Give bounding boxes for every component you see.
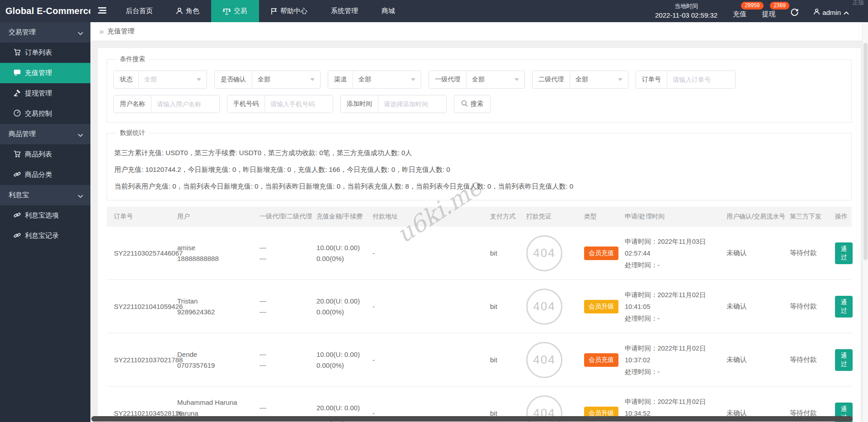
add-time-input[interactable] — [378, 95, 446, 113]
user-name: amise — [177, 242, 257, 253]
topbar-right: 当地时间 2022-11-03 02:59:32 充值 29959 提现 236… — [655, 0, 868, 22]
cell-type: 会员充值 — [581, 353, 622, 367]
order-no-field: 订单号 — [636, 71, 736, 89]
link-icon — [14, 212, 21, 220]
approve-button[interactable]: 通过 — [835, 242, 853, 264]
col-address: 付款地址 — [370, 213, 487, 221]
card-icon — [14, 69, 21, 77]
cell-action: 通过 — [832, 349, 853, 371]
chevron-down-icon — [78, 192, 83, 199]
cell-voucher: 404 — [524, 289, 581, 325]
order-no-input[interactable] — [667, 71, 735, 88]
channel-label: 渠道 — [328, 71, 353, 88]
phone-input[interactable] — [265, 95, 333, 113]
scales-icon — [223, 8, 231, 15]
cell-address: - — [370, 303, 487, 310]
sidebar: 交易管理 订单列表 充值管理 提现管理 交易控制 商品管理 — [0, 22, 90, 422]
nav-label: 帮助中心 — [280, 7, 307, 15]
table-row: SY2211030257446067 amise 18888888888 ---… — [107, 227, 852, 280]
col-order-no: 订单号 — [107, 213, 175, 221]
username-input[interactable] — [151, 95, 219, 113]
cell-third-party: 等待付款 — [787, 302, 832, 311]
menu-toggle-button[interactable] — [90, 0, 114, 22]
search-button-label: 搜索 — [471, 100, 483, 108]
username: admin — [822, 9, 841, 16]
cell-agents: --- --- — [257, 242, 314, 264]
agent2-label: 二级代理 — [533, 71, 570, 88]
nav-item-trade[interactable]: 交易 — [211, 0, 259, 22]
sidebar-item-order-list[interactable]: 订单列表 — [0, 43, 90, 63]
sidebar-item-label: 利息宝记录 — [25, 232, 59, 240]
cell-third-party: 等待付款 — [787, 249, 832, 257]
sidebar-item-trade-control[interactable]: 交易控制 — [0, 104, 90, 124]
voucher-404-image[interactable]: 404 — [526, 342, 562, 378]
nav-item-roles[interactable]: 角色 — [165, 0, 211, 22]
voucher-404-image[interactable]: 404 — [526, 289, 562, 325]
cell-pay-method: bit — [487, 356, 524, 364]
approve-button[interactable]: 通过 — [835, 296, 853, 318]
search-button[interactable]: 搜索 — [454, 95, 491, 113]
vertical-scrollbar-thumb[interactable] — [863, 43, 868, 260]
table-header: 订单号 用户 一级代理/二级代理 充值金额/手续费 付款地址 支付方式 打款凭证… — [107, 207, 852, 227]
edition-tag: 正版 — [853, 0, 864, 7]
double-angle-icon: » — [99, 27, 104, 36]
recharge-table: 订单号 用户 一级代理/二级代理 充值金额/手续费 付款地址 支付方式 打款凭证… — [107, 207, 852, 422]
confirm-select[interactable]: 是否确认 全部 — [214, 71, 321, 89]
nav-item-dashboard[interactable]: 后台首页 — [114, 0, 165, 22]
sidebar-group-product-management[interactable]: 商品管理 — [0, 124, 90, 144]
vertical-scrollbar[interactable] — [862, 22, 868, 422]
nav-item-help-center[interactable]: 帮助中心 — [259, 0, 319, 22]
stats-line: 用户充值: 10120744.2，今日新增充值: 0，昨日新增充值: 0，充值人… — [114, 164, 844, 175]
sidebar-item-label: 交易控制 — [25, 109, 52, 118]
approve-button[interactable]: 通过 — [835, 349, 853, 371]
channel-select[interactable]: 渠道 全部 — [328, 71, 421, 89]
user-name: Muhammad Haruna haruna — [177, 397, 257, 419]
cell-voucher: 404 — [524, 235, 581, 271]
nav-label: 系统管理 — [331, 7, 358, 15]
cell-action: 通过 — [832, 296, 853, 318]
user-menu[interactable]: admin — [814, 6, 849, 16]
sidebar-item-interest-records[interactable]: 利息宝记录 — [0, 226, 90, 246]
search-icon — [461, 100, 468, 108]
nav-item-mall[interactable]: 商城 — [370, 0, 407, 22]
agent1-select[interactable]: 一级代理 全部 — [429, 71, 525, 89]
topbar: Global E-Commerce... 后台首页 角色 交易 帮助中心 — [0, 0, 868, 22]
table-row: SY2211021041059426 Tristan 9289624362 --… — [107, 280, 852, 333]
agent2-select[interactable]: 二级代理 全部 — [532, 71, 628, 89]
refresh-icon — [791, 8, 798, 18]
sidebar-group-trade-management[interactable]: 交易管理 — [0, 22, 90, 43]
refresh-button[interactable] — [791, 5, 798, 18]
sidebar-item-interest-options[interactable]: 利息宝选项 — [0, 205, 90, 226]
nav-item-system[interactable]: 系统管理 — [319, 0, 370, 22]
nav-label: 商城 — [382, 7, 395, 15]
sidebar-item-withdraw-management[interactable]: 提现管理 — [0, 83, 90, 104]
stats-panel: 数据统计 第三方累计充值: USDT0，第三方手续费: USDT0，第三方成功收… — [107, 129, 852, 200]
user-phone: 0707357619 — [177, 360, 257, 371]
sidebar-item-recharge-management[interactable]: 充值管理 — [0, 63, 90, 83]
sidebar-item-label: 提现管理 — [25, 89, 52, 98]
sidebar-group-label: 交易管理 — [9, 28, 36, 37]
horizontal-scrollbar-thumb[interactable] — [91, 416, 853, 422]
link-icon — [14, 171, 21, 179]
nav-label: 交易 — [234, 7, 247, 15]
cart-icon — [14, 49, 21, 57]
recharge-count-badge: 29959 — [741, 2, 763, 9]
status-select[interactable]: 状态 全部 — [113, 71, 207, 89]
recharge-label: 充值 — [733, 10, 746, 18]
sidebar-group-interest-treasure[interactable]: 利息宝 — [0, 185, 90, 205]
app-logo: Global E-Commerce... — [0, 0, 90, 22]
recharge-notify-button[interactable]: 充值 29959 — [733, 4, 746, 19]
username-field: 用户名称 — [113, 95, 220, 113]
caret-down-icon — [411, 78, 415, 81]
cell-pay-method: bit — [487, 303, 524, 310]
sidebar-item-product-category[interactable]: 商品分类 — [0, 165, 90, 185]
user-name: Dende — [177, 349, 257, 360]
user-phone: 18888888888 — [177, 253, 257, 264]
voucher-404-image[interactable]: 404 — [526, 235, 562, 271]
caret-down-icon — [197, 78, 201, 81]
phone-label: 手机号码 — [227, 95, 265, 113]
withdraw-notify-button[interactable]: 提现 2369 — [762, 4, 775, 19]
cell-type: 会员升级 — [581, 300, 622, 313]
withdraw-label: 提现 — [762, 10, 775, 18]
sidebar-item-product-list[interactable]: 商品列表 — [0, 144, 90, 165]
